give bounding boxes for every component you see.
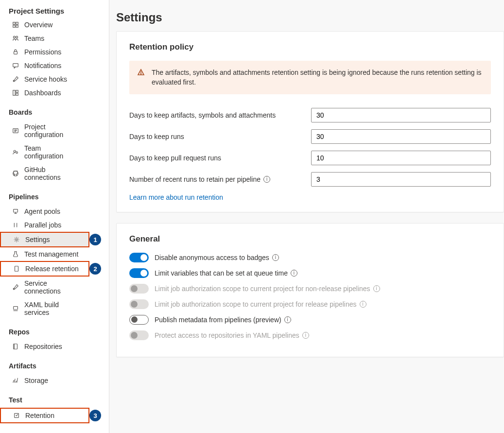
toggle-row: Limit variables that can be set at queue… <box>129 268 491 278</box>
warning-icon <box>137 69 145 76</box>
svg-rect-26 <box>15 266 18 272</box>
agent-icon <box>12 208 19 215</box>
github-icon <box>12 170 19 177</box>
sidebar-item-overview[interactable]: Overview <box>0 18 89 32</box>
sidebar-item-release-retention[interactable]: Release retention <box>0 261 89 277</box>
retention-label-text: Days to keep artifacts, symbols and atta… <box>129 111 276 119</box>
sidebar-item-label: Repositories <box>24 343 62 350</box>
sidebar-item-label: Teams <box>24 35 44 42</box>
retention-row: Number of recent runs to retain per pipe… <box>129 172 491 187</box>
toggle-label: Publish metadata from pipelines (preview… <box>155 316 291 324</box>
test-icon <box>12 250 19 258</box>
retention-input[interactable] <box>311 129 491 144</box>
section-artifacts: Artifacts <box>0 353 109 374</box>
xaml-icon <box>12 305 19 312</box>
svg-line-36 <box>17 378 18 383</box>
lock-icon <box>12 48 19 56</box>
svg-rect-11 <box>16 93 18 95</box>
sidebar-item-parallel-jobs[interactable]: Parallel jobs <box>0 218 89 232</box>
toggle-row: Disable anonymous access to badgesi <box>129 253 491 262</box>
retention-label: Days to keep runs <box>129 133 311 140</box>
svg-rect-6 <box>14 52 17 54</box>
toggle-label-text: Limit job authorization scope to current… <box>155 285 370 293</box>
sidebar-item-service-connections[interactable]: Service connections <box>0 277 89 298</box>
sidebar-item-label: Parallel jobs <box>24 221 61 229</box>
alert-text: The artifacts, symbols and attachments r… <box>152 68 483 87</box>
toggle-switch <box>129 284 149 294</box>
sidebar-item-project-configuration[interactable]: Project configuration <box>0 120 89 141</box>
teamconf-icon <box>12 148 19 156</box>
toggle-switch[interactable] <box>129 253 149 262</box>
retention-input[interactable] <box>311 172 491 187</box>
sidebar-item-label: Retention <box>25 412 54 419</box>
info-icon[interactable]: i <box>360 301 366 308</box>
toggle-label: Limit job authorization scope to current… <box>155 300 366 308</box>
retention-input[interactable] <box>311 108 491 122</box>
svg-rect-19 <box>14 209 18 212</box>
storage-icon <box>12 377 19 384</box>
sidebar-item-xaml-build-services[interactable]: XAML build services <box>0 298 89 319</box>
toggle-switch[interactable] <box>129 315 149 325</box>
svg-point-24 <box>16 239 17 241</box>
toggle-switch[interactable] <box>129 268 149 278</box>
info-icon[interactable]: i <box>291 270 297 277</box>
retention-label: Days to keep pull request runs <box>129 154 311 162</box>
retention-alert: The artifacts, symbols and attachments r… <box>129 61 491 94</box>
retention-icon <box>13 412 20 419</box>
sidebar-item-label: GitHub connections <box>24 166 81 181</box>
learn-more-link[interactable]: Learn more about run retention <box>129 193 223 201</box>
sidebar-item-permissions[interactable]: Permissions <box>0 45 89 59</box>
sidebar-item-github-connections[interactable]: GitHub connections <box>0 163 89 184</box>
retention-input[interactable] <box>311 151 491 165</box>
teams-icon <box>12 35 19 42</box>
toggle-label-text: Limit job authorization scope to current… <box>155 300 357 308</box>
sidebar: Project Settings OverviewTeamsPermission… <box>0 0 109 433</box>
retention-row: Days to keep pull request runs <box>129 151 491 165</box>
section-repos: Repos <box>0 319 109 340</box>
sidebar-item-retention[interactable]: Retention <box>0 408 89 423</box>
info-icon[interactable]: i <box>284 316 291 323</box>
gear-icon <box>13 236 20 243</box>
retention-label-text: Days to keep runs <box>129 133 184 140</box>
toggle-label: Limit job authorization scope to current… <box>155 285 380 293</box>
sidebar-item-settings[interactable]: Settings <box>0 232 89 247</box>
retention-label-text: Days to keep pull request runs <box>129 154 221 162</box>
sidebar-item-label: Team configuration <box>24 144 81 160</box>
sidebar-item-label: Overview <box>24 21 52 29</box>
svg-rect-9 <box>13 90 15 96</box>
sidebar-item-agent-pools[interactable]: Agent pools <box>0 205 89 218</box>
sidebar-item-label: Release retention <box>25 265 79 273</box>
callout-badge: 1 <box>89 234 101 245</box>
sidebar-item-dashboards[interactable]: Dashboards <box>0 86 89 100</box>
toggle-label-text: Disable anonymous access to badges <box>155 254 269 261</box>
toggle-row: Limit job authorization scope to current… <box>129 299 491 309</box>
toggle-label: Limit variables that can be set at queue… <box>155 269 297 277</box>
retention-title: Retention policy <box>129 42 491 52</box>
svg-point-4 <box>13 36 15 38</box>
retention-card: Retention policy The artifacts, symbols … <box>116 31 504 212</box>
dashboard-icon <box>12 89 19 97</box>
toggle-label: Protect access to repositories in YAML p… <box>155 331 309 339</box>
sidebar-item-storage[interactable]: Storage <box>0 374 89 387</box>
section-test: Test <box>0 387 109 408</box>
sidebar-item-label: Dashboards <box>24 89 61 97</box>
info-icon[interactable]: i <box>263 176 270 183</box>
sidebar-item-repositories[interactable]: Repositories <box>0 340 89 353</box>
sidebar-item-teams[interactable]: Teams <box>0 32 89 45</box>
sidebar-item-test-management[interactable]: Test management <box>0 247 89 261</box>
repo-icon <box>12 343 19 350</box>
info-icon[interactable]: i <box>302 332 309 339</box>
sidebar-item-label: Project configuration <box>24 123 81 139</box>
sidebar-item-team-configuration[interactable]: Team configuration <box>0 141 89 163</box>
sidebar-item-label: Settings <box>25 236 50 243</box>
toggle-label-text: Protect access to repositories in YAML p… <box>155 331 299 339</box>
info-icon[interactable]: i <box>373 285 380 292</box>
sidebar-item-label: Notifications <box>24 62 61 69</box>
toggle-row: Publish metadata from pipelines (preview… <box>129 315 491 325</box>
svg-rect-7 <box>13 64 18 67</box>
sidebar-item-service-hooks[interactable]: Service hooks <box>0 72 89 86</box>
info-icon[interactable]: i <box>272 254 279 261</box>
sidebar-item-notifications[interactable]: Notifications <box>0 59 89 72</box>
section-boards: Boards <box>0 100 109 120</box>
toggle-label: Disable anonymous access to badgesi <box>155 254 279 261</box>
